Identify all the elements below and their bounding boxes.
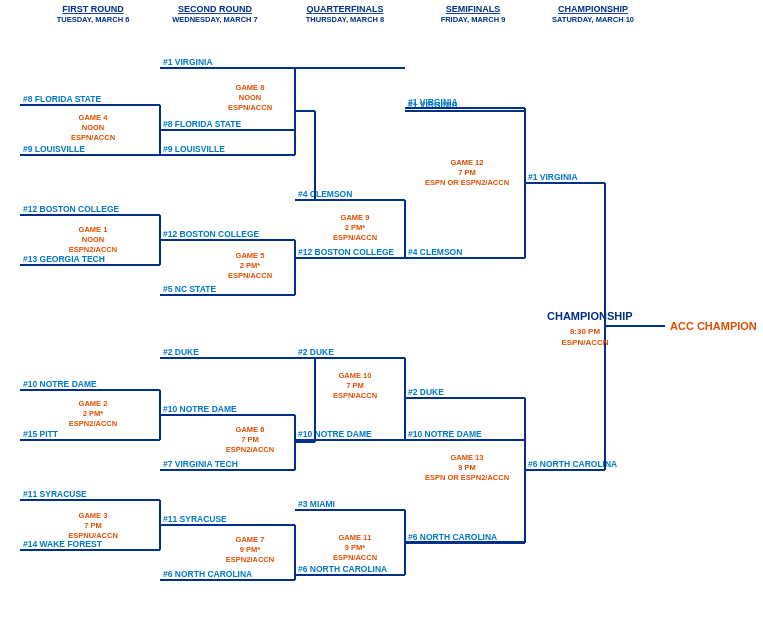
game7-network: ESPN2/ACCN (226, 555, 274, 564)
bc-sr-team: #12 BOSTON COLLEGE (163, 229, 260, 239)
game9-time: 2 PM* (345, 223, 366, 232)
game12-time: 7 PM (458, 168, 476, 177)
wakeforest-team: #14 WAKE FOREST (23, 539, 103, 549)
game11-label: GAME 11 (339, 533, 372, 542)
clemson-qf-team: #4 CLEMSON (298, 189, 352, 199)
louisville-sr-team: #9 LOUISVILLE (163, 144, 225, 154)
louisville-team: #9 LOUISVILLE (23, 144, 85, 154)
game2-label: GAME 2 (79, 399, 108, 408)
virginia-sr-team: #1 VIRGINIA (163, 57, 213, 67)
unc-champ-team: #6 NORTH CAROLINA (528, 459, 617, 469)
game3-time: 7 PM (84, 521, 102, 530)
game7-label: GAME 7 (236, 535, 265, 544)
bracket-container: FIRST ROUND TUESDAY, MARCH 6 SECOND ROUN… (0, 0, 763, 643)
game4-network: ESPN/ACCN (71, 133, 115, 142)
game12-label: GAME 12 (451, 158, 484, 167)
game5-network: ESPN/ACCN (228, 271, 272, 280)
header-championship: CHAMPIONSHIP (558, 4, 628, 14)
header-second-round: SECOND ROUND (178, 4, 253, 14)
game10-network: ESPN/ACCN (333, 391, 377, 400)
header-semifinals: SEMIFINALS (446, 4, 501, 14)
game5-label: GAME 5 (236, 251, 265, 260)
virginia-champ-team: #1 VIRGINIA (528, 172, 578, 182)
florida-state-team: #8 FLORIDA STATE (23, 94, 102, 104)
game9-network: ESPN/ACCN (333, 233, 377, 242)
syr-sr-team: #11 SYRACUSE (163, 514, 227, 524)
game13-network: ESPN OR ESPN2/ACCN (425, 473, 509, 482)
georgia-tech-team: #13 GEORGIA TECH (23, 254, 105, 264)
pitt-team: #15 PITT (23, 429, 59, 439)
game10-label: GAME 10 (339, 371, 372, 380)
header-championship-date: SATURDAY, MARCH 10 (552, 15, 634, 24)
header-second-round-date: WEDNESDAY, MARCH 7 (172, 15, 258, 24)
syracuse-team: #11 SYRACUSE (23, 489, 87, 499)
game4-label: GAME 4 (79, 113, 109, 122)
boston-college-team: #12 BOSTON COLLEGE (23, 204, 120, 214)
unc-sr-team: #6 NORTH CAROLINA (163, 569, 252, 579)
acc-champion-label: ACC CHAMPION (670, 320, 757, 332)
fl-state-sr-team: #8 FLORIDA STATE (163, 119, 242, 129)
game10-time: 7 PM (346, 381, 364, 390)
unc-qf-team: #6 NORTH CAROLINA (298, 564, 387, 574)
ncstate-sr-team: #5 NC STATE (163, 284, 216, 294)
game8-network: ESPN/ACCN (228, 103, 272, 112)
game7-time: 9 PM* (240, 545, 261, 554)
nd-qf-team: #10 NOTRE DAME (298, 429, 372, 439)
game6-label: GAME 6 (236, 425, 265, 434)
championship-network: ESPN/ACCN (561, 338, 608, 347)
header-quarterfinals-date: THURSDAY, MARCH 8 (306, 15, 384, 24)
game11-network: ESPN/ACCN (333, 553, 377, 562)
header-first-round: FIRST ROUND (62, 4, 124, 14)
vtech-sr-team: #7 VIRGINIA TECH (163, 459, 238, 469)
game1-label: GAME 1 (79, 225, 108, 234)
game1-time: NOON (82, 235, 105, 244)
game2-time: 2 PM* (83, 409, 104, 418)
duke-sf-team: #2 DUKE (408, 387, 444, 397)
game2-network: ESPN2/ACCN (69, 419, 117, 428)
championship-label: CHAMPIONSHIP (547, 310, 633, 322)
game3-label: GAME 3 (79, 511, 108, 520)
game1-network: ESPN2/ACCN (69, 245, 117, 254)
game9-label: GAME 9 (341, 213, 370, 222)
header-semifinals-date: FRIDAY, MARCH 9 (441, 15, 506, 24)
bc-qf-team: #12 BOSTON COLLEGE (298, 247, 395, 257)
game6-time: 7 PM (241, 435, 259, 444)
notredame-team: #10 NOTRE DAME (23, 379, 97, 389)
clemson-sf-team: #4 CLEMSON (408, 247, 462, 257)
miami-qf-team: #3 MIAMI (298, 499, 335, 509)
game8-time: NOON (239, 93, 262, 102)
unc-sf-team: #6 NORTH CAROLINA (408, 532, 497, 542)
game5-time: 2 PM* (240, 261, 261, 270)
header-first-round-date: TUESDAY, MARCH 6 (57, 15, 130, 24)
championship-time: 8:30 PM (570, 327, 601, 336)
duke-qf-team: #2 DUKE (298, 347, 334, 357)
game4-time: NOON (82, 123, 105, 132)
game12-network: ESPN OR ESPN2/ACCN (425, 178, 509, 187)
game13-time: 9 PM (458, 463, 476, 472)
game11-time: 9 PM* (345, 543, 366, 552)
virginia-sf-team: #1 VIRGINIA (408, 97, 458, 107)
game13-label: GAME 13 (451, 453, 484, 462)
game8-label: GAME 8 (236, 83, 265, 92)
game6-network: ESPN2/ACCN (226, 445, 274, 454)
header-quarterfinals: QUARTERFINALS (307, 4, 384, 14)
nd-sf-team: #10 NOTRE DAME (408, 429, 482, 439)
duke-sr-team: #2 DUKE (163, 347, 199, 357)
bracket-svg: FIRST ROUND TUESDAY, MARCH 6 SECOND ROUN… (5, 0, 763, 643)
nd-sr-team: #10 NOTRE DAME (163, 404, 237, 414)
